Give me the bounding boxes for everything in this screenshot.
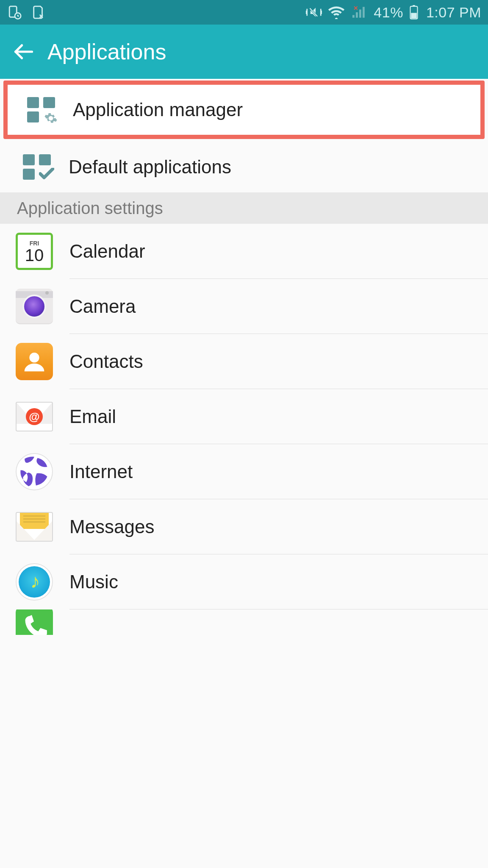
app-label: Calendar [69,241,145,262]
email-icon: @ [15,398,53,436]
app-label: Messages [69,516,155,537]
app-item-contacts[interactable]: Contacts [0,334,488,389]
tablet-clock-icon [8,5,22,19]
svg-text:✕: ✕ [353,6,359,11]
calendar-icon: FRI 10 [15,232,53,270]
app-item-messages[interactable]: Messages [0,499,488,554]
battery-percent: 41% [374,4,403,21]
svg-rect-6 [413,5,415,7]
camera-icon [15,287,53,326]
menu-label: Application manager [73,99,243,120]
sim-x-icon [31,5,46,19]
check-icon [39,168,54,181]
internet-icon [15,453,53,491]
app-label: Contacts [69,351,143,372]
app-item-internet[interactable]: Internet [0,444,488,499]
section-header-application-settings: Application settings [0,192,488,224]
svg-point-9 [29,353,39,362]
app-item-camera[interactable]: Camera [0,279,488,334]
status-right: ✕ 41% 1:07 PM [306,4,481,21]
menu-item-default-applications[interactable]: Default applications [0,142,488,192]
calendar-date-number: 10 [25,247,44,264]
default-apps-icon [5,154,69,180]
app-header: Applications [0,25,488,79]
screen: ✕ 41% 1:07 PM Applications [0,0,488,868]
app-item-email[interactable]: @ Email [0,389,488,444]
phone-icon [15,609,53,635]
clock-text: 1:07 PM [424,4,481,21]
section-header-label: Application settings [17,199,163,218]
menu-item-application-manager[interactable]: Application manager [8,85,480,135]
arrow-left-icon [13,41,35,63]
app-item-calendar[interactable]: FRI 10 Calendar [0,224,488,279]
vibrate-mute-icon [306,5,322,19]
contacts-icon [15,342,53,381]
app-settings-list: FRI 10 Calendar Camera Contacts @ [0,224,488,635]
signal-no-sim-icon: ✕ [351,6,368,19]
app-label: Email [69,406,116,427]
battery-icon [409,5,419,19]
app-label: Music [69,571,118,593]
app-label: Camera [69,296,136,317]
gear-icon [44,111,58,125]
status-bar: ✕ 41% 1:07 PM [0,0,488,25]
wifi-icon [328,6,345,19]
app-manager-icon [9,97,73,122]
header-title: Applications [47,39,166,64]
app-item-music[interactable]: ♪ Music [0,554,488,609]
back-button[interactable] [13,41,35,63]
music-icon: ♪ [15,563,53,601]
highlight-annotation: Application manager [3,81,485,139]
status-left [7,5,46,19]
messages-icon [15,508,53,546]
menu-label: Default applications [69,156,231,178]
svg-rect-7 [411,13,417,18]
app-item-partial[interactable] [0,609,488,635]
app-label: Internet [69,461,133,482]
